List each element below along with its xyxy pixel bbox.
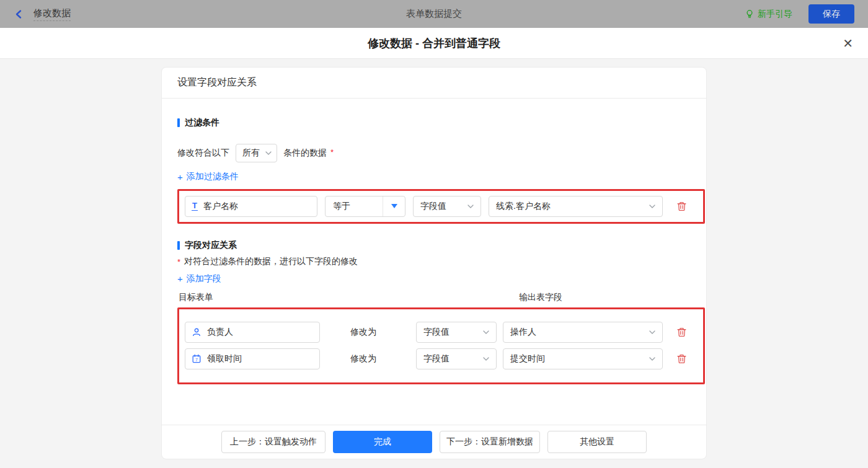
chevron-down-icon <box>483 357 489 361</box>
column-header-output-field: 输出表字段 <box>519 292 562 303</box>
topbar: 修改数据 表单数据提交 新手引导 保存 <box>0 0 868 28</box>
other-settings-button[interactable]: 其他设置 <box>547 431 647 453</box>
modal-title: 修改数据 - 合并到普通字段 <box>368 36 500 51</box>
add-filter-label: 添加过滤条件 <box>187 171 239 182</box>
filter-condition-row: 修改符合以下 所有 条件的数据 * <box>177 144 691 162</box>
text-field-icon: T <box>192 201 198 211</box>
delete-mapping-row-button[interactable] <box>676 327 687 338</box>
output-field-value: 提交时间 <box>510 353 545 364</box>
back-button[interactable] <box>14 9 25 20</box>
close-icon[interactable]: ✕ <box>843 37 853 50</box>
filter-value-type: 字段值 <box>420 201 446 212</box>
mapping-value-type-select[interactable]: 字段值 <box>416 348 497 369</box>
column-header-target-form: 目标表单 <box>179 292 213 303</box>
chevron-down-icon <box>265 151 272 155</box>
chevron-down-icon <box>483 330 489 334</box>
modify-to-label: 修改为 <box>350 327 380 338</box>
card-header-title: 设置字段对应关系 <box>162 68 706 99</box>
user-icon <box>192 327 202 337</box>
card-footer: 上一步：设置触发动作 完成 下一步：设置新增数据 其他设置 <box>162 425 706 459</box>
section-bar-icon <box>177 118 180 127</box>
required-mark: * <box>177 257 180 267</box>
condition-prefix: 修改符合以下 <box>177 148 229 159</box>
annotation-box-filter: T 客户名称 等于 字段值 <box>177 189 705 224</box>
logic-select-value: 所有 <box>242 148 260 159</box>
mapping-description-row: * 对符合过滤条件的数据，进行以下字段的修改 <box>177 256 691 267</box>
output-field-select[interactable]: 提交时间 <box>503 348 663 369</box>
chevron-down-icon <box>649 357 655 361</box>
target-field-input[interactable]: 7 领取时间 <box>185 348 320 369</box>
operator-value: 等于 <box>326 201 383 212</box>
done-button[interactable]: 完成 <box>333 431 432 453</box>
next-step-button[interactable]: 下一步：设置新增数据 <box>440 431 540 453</box>
mapping-column-headers: 目标表单 输出表字段 <box>177 292 691 303</box>
delete-mapping-row-button[interactable] <box>676 353 687 364</box>
filter-value: 线索.客户名称 <box>496 201 551 212</box>
plus-icon: + <box>177 172 183 182</box>
mapping-row: 7 领取时间 修改为 字段值 提交时间 <box>185 348 703 369</box>
filter-field-input[interactable]: T 客户名称 <box>185 196 317 217</box>
trash-icon <box>676 201 687 212</box>
operator-select[interactable]: 等于 <box>325 196 405 217</box>
target-field-value: 领取时间 <box>207 353 242 364</box>
topbar-center-title: 表单数据提交 <box>0 8 868 20</box>
add-field-label: 添加字段 <box>187 273 221 285</box>
add-filter-condition-link[interactable]: + 添加过滤条件 <box>177 171 239 182</box>
plus-icon: + <box>177 274 183 283</box>
filter-value-select[interactable]: 线索.客户名称 <box>489 196 663 217</box>
mapping-section-title: 字段对应关系 <box>177 240 691 251</box>
beginner-guide-link[interactable]: 新手引导 <box>745 9 792 20</box>
svg-text:7: 7 <box>195 358 198 362</box>
chevron-left-icon <box>14 9 25 20</box>
prev-step-button[interactable]: 上一步：设置触发动作 <box>221 431 326 453</box>
settings-card: 设置字段对应关系 过滤条件 修改符合以下 所有 条件的数据 <box>161 67 707 459</box>
mapping-value-type-select[interactable]: 字段值 <box>416 322 497 343</box>
operator-caret-button[interactable] <box>383 196 405 216</box>
required-mark: * <box>330 148 334 157</box>
add-field-link[interactable]: + 添加字段 <box>177 273 221 285</box>
condition-suffix: 条件的数据 <box>283 148 327 159</box>
node-title[interactable]: 修改数据 <box>33 7 71 21</box>
mapping-row: 负责人 修改为 字段值 操作人 <box>185 322 703 343</box>
annotation-box-mapping: 负责人 修改为 字段值 操作人 <box>177 307 705 384</box>
filter-section-title: 过滤条件 <box>177 117 691 128</box>
mapping-value-type: 字段值 <box>423 353 450 364</box>
chevron-down-icon <box>649 330 655 334</box>
chevron-down-icon <box>467 205 474 208</box>
mapping-section-label: 字段对应关系 <box>185 240 237 251</box>
output-field-value: 操作人 <box>510 327 536 338</box>
trash-icon <box>676 327 687 338</box>
target-field-value: 负责人 <box>207 327 233 338</box>
modal-header: 修改数据 - 合并到普通字段 ✕ <box>0 28 868 59</box>
modal-body: 设置字段对应关系 过滤条件 修改符合以下 所有 条件的数据 <box>0 59 868 468</box>
section-bar-icon <box>177 241 180 250</box>
modify-to-label: 修改为 <box>350 353 380 364</box>
guide-label: 新手引导 <box>758 9 792 20</box>
filter-value-type-select[interactable]: 字段值 <box>413 196 481 217</box>
calendar-icon: 7 <box>192 354 202 364</box>
lightbulb-icon <box>745 9 754 19</box>
chevron-down-icon <box>649 205 655 208</box>
filter-field-value: 客户名称 <box>203 201 238 212</box>
target-field-input[interactable]: 负责人 <box>185 322 320 343</box>
save-button[interactable]: 保存 <box>808 4 854 24</box>
screen: 修改数据 表单数据提交 新手引导 保存 修改数据 - 合并到普通字段 ✕ 设置字… <box>0 0 868 468</box>
output-field-select[interactable]: 操作人 <box>503 322 663 343</box>
trash-icon <box>676 353 687 364</box>
caret-down-icon <box>391 204 397 208</box>
mapping-description: 对符合过滤条件的数据，进行以下字段的修改 <box>184 256 358 267</box>
filter-section-label: 过滤条件 <box>185 117 219 128</box>
logic-select[interactable]: 所有 <box>236 144 277 162</box>
mapping-value-type: 字段值 <box>423 327 450 338</box>
card-content: 过滤条件 修改符合以下 所有 条件的数据 * + 添加过滤条件 <box>162 117 706 384</box>
delete-filter-row-button[interactable] <box>676 201 687 212</box>
